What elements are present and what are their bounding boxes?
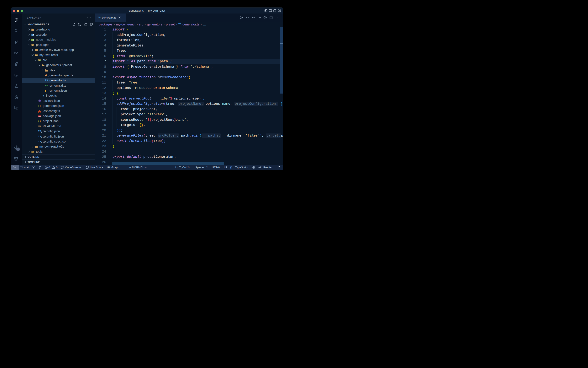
svg-text:npm: npm — [39, 116, 41, 117]
svg-text:JS: JS — [33, 40, 34, 41]
